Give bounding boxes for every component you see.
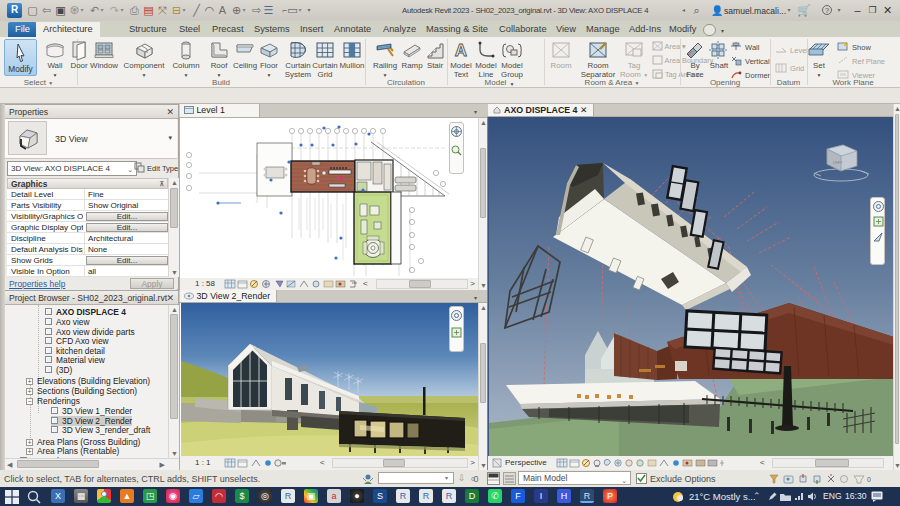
svg-text:0: 0 — [867, 476, 871, 483]
svg-text:LEFT: LEFT — [833, 160, 843, 165]
svg-text:A: A — [455, 41, 467, 60]
